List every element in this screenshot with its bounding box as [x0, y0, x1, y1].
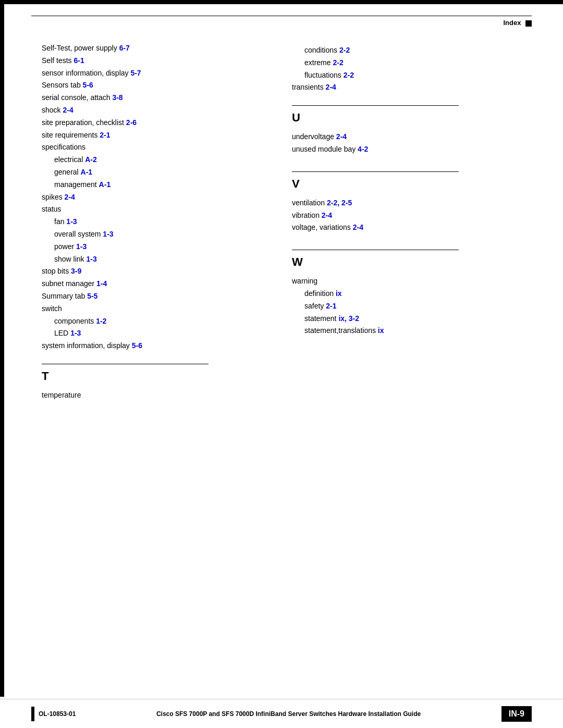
link-stop-bits[interactable]: 3-9	[71, 267, 81, 275]
link-fluctuations[interactable]: 2-2	[344, 71, 354, 79]
link-summary-tab[interactable]: 5-5	[87, 292, 97, 300]
entry-conditions: conditions 2-2	[292, 44, 532, 57]
link-sysinfo[interactable]: 5-6	[132, 341, 142, 350]
link-switch-led[interactable]: 1-3	[70, 329, 81, 337]
entry-voltage-variations: voltage, variations 2-4	[292, 221, 532, 234]
entry-spec-general: general A-1	[42, 166, 261, 179]
footer-left: OL-10853-01	[31, 707, 76, 721]
entry-vibration: vibration 2-4	[292, 209, 532, 222]
entry-fluctuations: fluctuations 2-2	[292, 69, 532, 82]
link-status-showlink[interactable]: 1-3	[86, 255, 96, 263]
link-spec-general[interactable]: A-1	[81, 168, 93, 176]
section-t-divider	[42, 364, 209, 364]
link-site-prep[interactable]: 2-6	[126, 118, 137, 127]
section-w: W warning definition ix safety 2-1 state…	[292, 250, 532, 337]
header-square	[525, 20, 532, 27]
section-v: V ventilation 2-2, 2-5 vibration 2-4 vol…	[292, 171, 532, 234]
entry-warning-safety: safety 2-1	[292, 300, 532, 313]
entry-undervoltage: undervoltage 2-4	[292, 131, 532, 143]
footer-title: Cisco SFS 7000P and SFS 7000D InfiniBand…	[76, 710, 501, 718]
entry-site-prep: site preparation, checklist 2-6	[42, 117, 261, 129]
entry-self-test: Self-Test, power supply 6-7	[42, 42, 261, 55]
entry-summary-tab: Summary tab 5-5	[42, 290, 261, 303]
link-spec-management[interactable]: A-1	[99, 180, 111, 189]
page-container: Index Self-Test, power supply 6-7 Self t…	[0, 0, 563, 728]
link-warning-definition[interactable]: ix	[336, 289, 342, 298]
link-warning-statement[interactable]: ix, 3-2	[338, 314, 359, 323]
link-status-overall[interactable]: 1-3	[103, 230, 113, 238]
entry-status-power: power 1-3	[42, 241, 261, 253]
footer-page-label: IN-9	[501, 706, 532, 722]
entry-sensor-info: sensor information, display 5-7	[42, 67, 261, 80]
entry-sensors-tab: Sensors tab 5-6	[42, 79, 261, 92]
link-subnet-mgr[interactable]: 1-4	[96, 279, 107, 288]
index-label: Index	[503, 19, 521, 27]
main-content: Self-Test, power supply 6-7 Self tests 6…	[0, 32, 563, 443]
link-unused-module-bay[interactable]: 4-2	[358, 145, 368, 153]
entry-extreme: extreme 2-2	[292, 57, 532, 69]
link-self-test-power[interactable]: 6-7	[119, 44, 130, 52]
entry-serial-console: serial console, attach 3-8	[42, 92, 261, 104]
link-voltage-variations[interactable]: 2-4	[353, 223, 363, 231]
entry-status: status	[42, 203, 261, 216]
entry-warning-definition: definition ix	[292, 288, 532, 300]
entry-stop-bits: stop bits 3-9	[42, 265, 261, 278]
section-w-letter: W	[292, 255, 532, 269]
section-w-divider	[292, 250, 459, 250]
entry-spec-electrical: electrical A-2	[42, 154, 261, 166]
section-u: U undervoltage 2-4 unused module bay 4-2	[292, 105, 532, 156]
section-v-letter: V	[292, 177, 532, 191]
entry-unused-module-bay: unused module bay 4-2	[292, 143, 532, 156]
link-serial-console[interactable]: 3-8	[112, 93, 123, 102]
header-section: Index	[0, 0, 563, 32]
entry-switch-components: components 1-2	[42, 315, 261, 328]
link-spec-electrical[interactable]: A-2	[85, 155, 97, 164]
section-v-divider	[292, 171, 459, 172]
entry-ventilation: ventilation 2-2, 2-5	[292, 197, 532, 209]
footer-doc-num: OL-10853-01	[39, 710, 76, 718]
entry-subnet-mgr: subnet manager 1-4	[42, 278, 261, 290]
entry-transients: transients 2-4	[292, 81, 532, 94]
link-spikes[interactable]: 2-4	[65, 193, 75, 201]
link-vibration[interactable]: 2-4	[322, 211, 332, 219]
entry-sysinfo: system information, display 5-6	[42, 340, 261, 352]
entry-status-overall: overall system 1-3	[42, 228, 261, 241]
link-status-power[interactable]: 1-3	[76, 242, 87, 251]
link-ventilation[interactable]: 2-2, 2-5	[327, 199, 352, 207]
left-column: Self-Test, power supply 6-7 Self tests 6…	[42, 42, 261, 402]
entry-specifications: specifications	[42, 141, 261, 154]
entry-warning: warning	[292, 275, 532, 288]
link-conditions[interactable]: 2-2	[339, 46, 350, 54]
link-site-req[interactable]: 2-1	[100, 131, 110, 139]
entry-site-req: site requirements 2-1	[42, 129, 261, 142]
link-undervoltage[interactable]: 2-4	[336, 132, 347, 141]
entry-spec-management: management A-1	[42, 179, 261, 191]
link-extreme[interactable]: 2-2	[333, 58, 343, 67]
entry-status-fan: fan 1-3	[42, 216, 261, 228]
link-sensors-tab[interactable]: 5-6	[83, 81, 93, 89]
header-rule	[31, 16, 532, 16]
left-bar	[0, 0, 4, 697]
section-u-letter: U	[292, 111, 532, 125]
entry-switch: switch	[42, 303, 261, 315]
right-column: conditions 2-2 extreme 2-2 fluctuations …	[261, 42, 532, 402]
link-sensor-info[interactable]: 5-7	[130, 69, 141, 77]
entry-warning-translations: statement,translations ix	[292, 325, 532, 337]
link-status-fan[interactable]: 1-3	[66, 217, 77, 226]
link-transients[interactable]: 2-4	[326, 83, 336, 91]
link-warning-translations[interactable]: ix	[378, 326, 384, 335]
entry-shock: shock 2-4	[42, 104, 261, 117]
section-t-letter: T	[42, 369, 261, 383]
entry-temperature: temperature	[42, 389, 261, 402]
footer: OL-10853-01 Cisco SFS 7000P and SFS 7000…	[0, 699, 563, 728]
link-switch-components[interactable]: 1-2	[96, 317, 106, 325]
entry-spikes: spikes 2-4	[42, 191, 261, 204]
entry-warning-statement: statement ix, 3-2	[292, 313, 532, 325]
header-right: Index	[31, 19, 532, 27]
footer-left-bar	[31, 707, 34, 721]
link-shock[interactable]: 2-4	[63, 106, 73, 114]
entry-self-tests: Self tests 6-1	[42, 55, 261, 67]
section-u-divider	[292, 105, 459, 106]
link-warning-safety[interactable]: 2-1	[326, 302, 336, 310]
link-self-tests[interactable]: 6-1	[74, 56, 84, 65]
